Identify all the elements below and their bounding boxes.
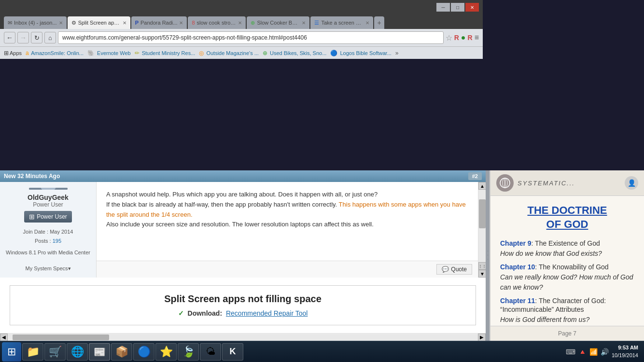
post-header: New 32 Minutes Ago #2 bbox=[0, 170, 486, 182]
tabs-bar: ✉ Inbox (4) - jason... ✕ ⚙ Split Screen … bbox=[0, 14, 483, 29]
quote-button[interactable]: 💬 Quote bbox=[436, 264, 472, 275]
tab-gmail-label: Inbox (4) - jason... bbox=[14, 20, 57, 26]
scroll-down-button[interactable]: ▼ bbox=[478, 270, 486, 278]
taskbar-evernote[interactable]: 🍃 bbox=[178, 343, 199, 361]
chapter-11-link[interactable]: Chapter 11 bbox=[500, 297, 535, 305]
tab-gmail[interactable]: ✉ Inbox (4) - jason... ✕ bbox=[4, 16, 67, 29]
outside-label: Outside Magazine's ... bbox=[206, 50, 259, 56]
start-button[interactable]: ⊞ bbox=[2, 342, 21, 362]
logos-label: Logos Bible Softwar... bbox=[340, 50, 391, 56]
outside-magazine-bookmark[interactable]: ◎ Outside Magazine's ... bbox=[199, 50, 259, 56]
tab-pandora-label: Pandora Radi... bbox=[140, 20, 177, 26]
keyboard-icon[interactable]: ⌨ bbox=[566, 348, 575, 356]
book-app-logo bbox=[496, 174, 514, 192]
tab-slowcook-close[interactable]: ✕ bbox=[238, 20, 242, 26]
network-icon[interactable]: 📶 bbox=[589, 348, 598, 356]
close-button[interactable]: ✕ bbox=[465, 3, 479, 12]
rss-icon[interactable]: R bbox=[454, 34, 459, 42]
tab-eightforums[interactable]: ⚙ Split Screen apps... ✕ bbox=[68, 16, 130, 29]
scroll-track bbox=[478, 190, 486, 262]
apps-bookmark[interactable]: ⊞ Apps bbox=[4, 50, 22, 56]
title-bar: ─ □ ✕ bbox=[0, 0, 483, 14]
tab-slowcook-label: slow cook strog... bbox=[197, 20, 237, 26]
tab-slowcookerbee-label: Slow Cooker Bee... bbox=[257, 20, 300, 26]
browser-viewport: New 32 Minutes Ago #2 bbox=[0, 170, 486, 341]
bookmark-star-icon[interactable]: ☆ bbox=[446, 33, 452, 42]
news-icon: 📰 bbox=[94, 346, 106, 358]
taskbar-favorites[interactable]: ⭐ bbox=[155, 343, 177, 361]
post-body: OldGuyGeek Power User ⊞ Power User Join … bbox=[0, 182, 486, 278]
taskbar-kindle[interactable]: K bbox=[222, 343, 243, 361]
user-stats: Join Date : May 2014 Posts : 195 Windows… bbox=[6, 227, 90, 258]
chapter-10-section: Chapter 10: The Knowability of God Can w… bbox=[500, 263, 634, 292]
circle-icon[interactable]: ● bbox=[461, 33, 466, 42]
clock[interactable]: 9:53 AM 10/19/2014 bbox=[612, 344, 638, 359]
user-role-label: Power User bbox=[33, 201, 63, 208]
my-system-specs[interactable]: My System Specs▾ bbox=[25, 265, 70, 272]
tab-gmail-close[interactable]: ✕ bbox=[59, 20, 63, 26]
menu-icon[interactable]: ≡ bbox=[475, 33, 479, 42]
book-title: THE DOCTRINE OF GOD bbox=[500, 204, 634, 231]
address-input[interactable] bbox=[58, 31, 444, 44]
bookmarks-bar: ⊞ Apps a AmazonSmile: Onlin... 🐘 Evernot… bbox=[0, 46, 483, 59]
tab-eightforums-close[interactable]: ✕ bbox=[123, 20, 126, 26]
tab-slowcookerbee[interactable]: ⊕ Slow Cooker Bee... ✕ bbox=[247, 16, 309, 29]
scroll-split-handle[interactable]: ⋮⋮ bbox=[478, 262, 486, 270]
h-scroll-right-button[interactable]: ▶ bbox=[478, 334, 486, 341]
taskbar-news[interactable]: 📰 bbox=[89, 343, 110, 361]
posts-label: Posts : bbox=[35, 238, 51, 244]
chapter-10-link[interactable]: Chapter 10 bbox=[500, 263, 535, 271]
chapter-10-colon: : The Knowability of God bbox=[535, 263, 608, 271]
refresh-button[interactable]: ↻ bbox=[31, 32, 42, 43]
taskbar-store[interactable]: 🛒 bbox=[44, 343, 66, 361]
taskbar-dropbox[interactable]: 📦 bbox=[111, 343, 132, 361]
vertical-scrollbar[interactable]: ▲ ⋮⋮ ▼ bbox=[478, 182, 486, 278]
browser-window: ─ □ ✕ ✉ Inbox (4) - jason... ✕ ⚙ Split S… bbox=[0, 0, 483, 170]
taskbar-chrome[interactable]: 🔵 bbox=[133, 343, 154, 361]
minimize-button[interactable]: ─ bbox=[436, 3, 450, 12]
tab-slowcook[interactable]: 8 slow cook strog... ✕ bbox=[188, 16, 246, 29]
horizontal-scrollbar[interactable]: ◀ ▶ bbox=[0, 333, 486, 341]
apps-label: Apps bbox=[10, 50, 22, 56]
taskbar-file-explorer[interactable]: 📁 bbox=[22, 343, 43, 361]
taskbar-weather[interactable]: 🌤 bbox=[200, 343, 221, 361]
tab-screenshot-close[interactable]: ✕ bbox=[365, 20, 369, 26]
user-system: Windows 8.1 Pro with Media Center bbox=[6, 248, 90, 258]
download-label: Download: bbox=[188, 309, 223, 317]
join-date: Join Date : May 2014 bbox=[6, 227, 90, 237]
scroll-up-button[interactable]: ▲ bbox=[478, 182, 486, 190]
taskbar-ie[interactable]: 🌐 bbox=[67, 343, 88, 361]
tab-screenshot[interactable]: ☰ Take a screen ca... ✕ bbox=[310, 16, 373, 29]
windows-logo-icon: ⊞ bbox=[29, 213, 35, 221]
used-bikes-bookmark[interactable]: ⊕ Used Bikes, Skis, Sno... bbox=[263, 50, 326, 56]
repair-tool-link[interactable]: Recommended Repair Tool bbox=[226, 309, 308, 317]
post-text2-normal: If the black bar is already at half-way,… bbox=[106, 201, 337, 208]
chapter-9-link[interactable]: Chapter 9 bbox=[500, 239, 532, 247]
amazon-bookmark[interactable]: a AmazonSmile: Onlin... bbox=[26, 50, 84, 56]
tab-pandora[interactable]: P Pandora Radi... ✕ bbox=[131, 16, 187, 29]
amazon-label: AmazonSmile: Onlin... bbox=[31, 50, 84, 56]
plugin-icon[interactable]: R bbox=[468, 34, 473, 42]
forward-button[interactable]: → bbox=[17, 32, 29, 43]
more-bookmarks-button[interactable]: » bbox=[395, 50, 399, 56]
h-scroll-thumb[interactable] bbox=[13, 334, 109, 340]
tray-up-arrow-icon[interactable]: 🔺 bbox=[578, 348, 587, 356]
back-button[interactable]: ← bbox=[4, 32, 15, 43]
maximize-button[interactable]: □ bbox=[451, 3, 464, 12]
home-button[interactable]: ⌂ bbox=[44, 32, 56, 43]
evernote-bookmark[interactable]: 🐘 Evernote Web bbox=[87, 50, 131, 56]
apps-grid-icon: ⊞ bbox=[4, 50, 9, 56]
tab-slowcookerbee-favicon: ⊕ bbox=[251, 20, 255, 26]
tab-slowcookerbee-close[interactable]: ✕ bbox=[302, 20, 306, 26]
volume-icon[interactable]: 🔊 bbox=[601, 348, 609, 356]
scroll-thumb[interactable] bbox=[479, 199, 486, 228]
outside-favicon: ◎ bbox=[199, 50, 204, 56]
logos-bible-bookmark[interactable]: 🔵 Logos Bible Softwar... bbox=[330, 50, 391, 56]
book-panel: SYSTEMATIC... 👤 THE DOCTRINE OF GOD Chap… bbox=[490, 170, 644, 341]
new-tab-button[interactable]: + bbox=[374, 16, 384, 29]
h-scroll-left-button[interactable]: ◀ bbox=[0, 334, 8, 341]
tab-pandora-close[interactable]: ✕ bbox=[179, 20, 183, 26]
resize-handle[interactable]: · · · bbox=[486, 170, 490, 341]
student-ministry-bookmark[interactable]: ✏ Student Ministry Res... bbox=[135, 50, 196, 56]
book-user-icon[interactable]: 👤 bbox=[625, 176, 638, 190]
